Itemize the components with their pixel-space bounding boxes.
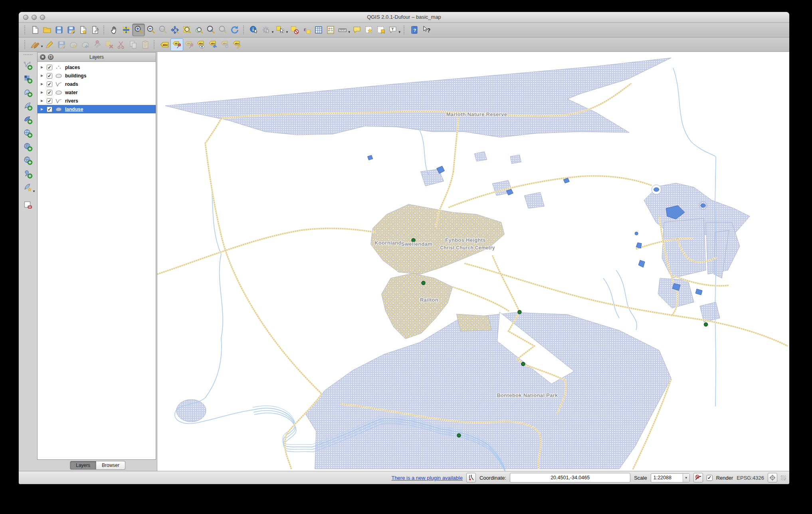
save-layer-edits-button[interactable] — [55, 39, 67, 51]
open-attribute-table-button[interactable] — [313, 24, 325, 36]
pin-unpin-labels-button[interactable] — [170, 38, 183, 51]
coordinate-input[interactable] — [510, 473, 630, 482]
expander-icon[interactable]: ▶ — [41, 82, 44, 86]
refresh-map-button[interactable] — [229, 24, 241, 36]
layer-label: places — [65, 65, 80, 70]
toolbar-handle[interactable] — [24, 40, 27, 49]
paste-features-button[interactable] — [139, 39, 151, 51]
add-mssql-layer-button[interactable] — [22, 113, 34, 126]
delete-selected-button[interactable] — [103, 39, 115, 51]
new-shapefile-layer-button[interactable]: ▼ — [22, 181, 34, 194]
zoom-window-button[interactable] — [40, 15, 45, 20]
save-project-as-button[interactable] — [65, 24, 77, 36]
add-wfs-layer-button[interactable] — [22, 154, 34, 167]
close-window-button[interactable] — [23, 15, 28, 20]
copy-features-button[interactable] — [127, 39, 139, 51]
plugin-manager-button[interactable] — [466, 473, 476, 482]
change-label-button[interactable] — [231, 39, 243, 51]
run-feature-action-button[interactable] — [260, 24, 272, 36]
help-contents-button[interactable] — [408, 24, 420, 36]
status-bar: There is a new plugin available Coordina… — [19, 471, 789, 484]
crs-status-button[interactable] — [768, 473, 777, 482]
expander-icon[interactable]: ▶ — [41, 91, 44, 94]
add-spatialite-layer-button[interactable] — [22, 100, 34, 113]
new-bookmark-button[interactable] — [363, 24, 375, 36]
chevron-down-icon[interactable]: ▼ — [683, 474, 689, 482]
text-annotation-button[interactable] — [387, 24, 399, 36]
stop-render-button[interactable] — [693, 473, 703, 482]
layer-checkbox[interactable]: ✓ — [47, 65, 52, 70]
zoom-selection-icon — [182, 25, 192, 35]
cut-features-button[interactable] — [115, 39, 127, 51]
remove-layer-button[interactable] — [22, 199, 34, 212]
toolbar-handle[interactable] — [24, 26, 27, 34]
add-wcs-layer-button[interactable] — [22, 140, 34, 153]
select-features-button[interactable] — [274, 24, 286, 36]
layer-row-places[interactable]: ▶ ✓ places — [38, 63, 156, 71]
zoom-to-layer-button[interactable] — [193, 24, 205, 36]
zoom-in-button[interactable] — [132, 24, 145, 36]
toolbar-handle[interactable] — [24, 54, 32, 57]
layer-labeling-options-button[interactable] — [158, 39, 170, 51]
whats-this-button[interactable]: ? — [420, 24, 432, 36]
resize-grip[interactable] — [781, 475, 786, 480]
deselect-features-button[interactable] — [289, 24, 301, 36]
render-checkbox[interactable]: ✓ — [707, 475, 713, 481]
layer-row-buildings[interactable]: ▶ ✓ buildings — [38, 71, 156, 80]
scale-combo[interactable]: 1:22088 ▼ — [651, 473, 690, 482]
add-postgis-layer-button[interactable] — [22, 86, 34, 99]
layer-row-landuse[interactable]: ▶ ✓ landuse — [38, 105, 156, 113]
expander-icon[interactable]: ▶ — [41, 65, 44, 69]
show-bookmarks-button[interactable] — [375, 24, 387, 36]
add-raster-layer-button[interactable] — [22, 73, 34, 85]
node-tool-button[interactable] — [91, 39, 103, 51]
layer-checkbox[interactable]: ✓ — [47, 98, 52, 104]
pan-to-selection-button[interactable] — [120, 24, 132, 36]
expander-icon[interactable]: ▶ — [41, 74, 44, 77]
layer-checkbox[interactable]: ✓ — [47, 107, 52, 112]
rotate-label-button[interactable] — [219, 39, 231, 51]
add-feature-button[interactable] — [67, 39, 79, 51]
add-vector-layer-button[interactable] — [22, 59, 34, 72]
expander-icon[interactable]: ▶ — [41, 99, 44, 103]
current-edits-button[interactable] — [29, 39, 41, 51]
new-print-composer-button[interactable] — [77, 24, 89, 36]
identify-features-button[interactable] — [248, 24, 260, 36]
toggle-editing-button[interactable] — [44, 39, 55, 51]
map-canvas[interactable]: Marloth Nature Reserve Koornland Swellen… — [157, 52, 789, 471]
zoom-actual-size-button[interactable]: 1:1 — [157, 24, 169, 36]
composer-manager-button[interactable] — [89, 24, 101, 36]
move-feature-button[interactable] — [79, 39, 91, 51]
save-project-button[interactable] — [53, 24, 65, 36]
layer-checkbox[interactable]: ✓ — [47, 81, 52, 87]
add-delimited-text-layer-button[interactable] — [22, 168, 34, 180]
new-project-button[interactable] — [29, 24, 41, 36]
plugin-available-link[interactable]: There is a new plugin available — [391, 475, 463, 481]
map-tips-button[interactable] — [351, 24, 363, 36]
highlight-pinned-labels-button[interactable] — [183, 39, 195, 51]
coordinate-label: Coordinate: — [479, 475, 506, 481]
open-project-button[interactable] — [41, 24, 53, 36]
pan-map-button[interactable] — [108, 24, 120, 36]
move-label-button[interactable] — [207, 39, 219, 51]
zoom-next-button[interactable] — [217, 24, 229, 36]
layer-checkbox[interactable]: ✓ — [47, 90, 52, 95]
add-wms-layer-button[interactable] — [22, 127, 34, 140]
expander-icon[interactable]: ▶ — [41, 107, 44, 111]
zoom-out-button[interactable] — [145, 24, 157, 36]
zoom-full-extent-button[interactable] — [169, 24, 181, 36]
zoom-last-button[interactable] — [205, 24, 217, 36]
field-calculator-button[interactable] — [325, 24, 337, 36]
dropdown-arrow-icon[interactable]: ▼ — [32, 190, 36, 193]
tab-layers[interactable]: Layers — [70, 461, 96, 470]
tab-browser[interactable]: Browser — [96, 461, 125, 470]
select-by-expression-button[interactable]: ε — [301, 24, 313, 36]
show-hide-labels-button[interactable] — [195, 39, 207, 51]
zoom-to-selection-button[interactable] — [181, 24, 193, 36]
measure-button[interactable] — [337, 24, 349, 36]
minimize-window-button[interactable] — [32, 15, 37, 20]
layer-row-water[interactable]: ▶ ✓ water — [38, 88, 156, 97]
layer-checkbox[interactable]: ✓ — [47, 73, 52, 79]
layer-row-roads[interactable]: ▶ ✓ roads — [38, 80, 156, 88]
layer-row-rivers[interactable]: ▶ ✓ rivers — [38, 97, 156, 105]
